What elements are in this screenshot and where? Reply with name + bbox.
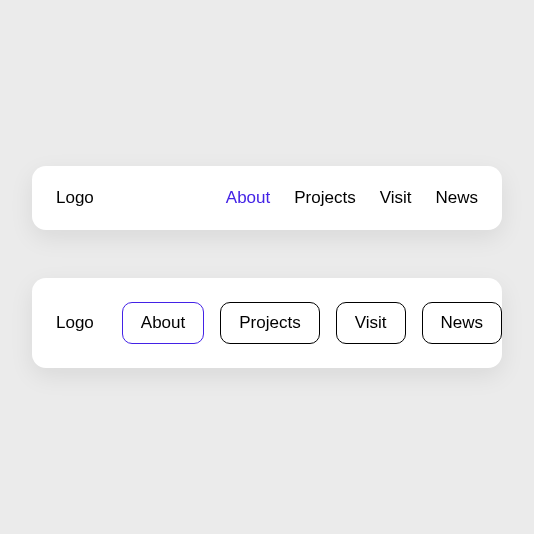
nav-button-news[interactable]: News xyxy=(422,302,503,344)
nav-variant-buttons: Logo About Projects Visit News xyxy=(32,278,502,368)
nav-button-visit[interactable]: Visit xyxy=(336,302,406,344)
nav-link-visit[interactable]: Visit xyxy=(380,188,412,208)
nav-links-group: About Projects Visit News xyxy=(226,188,478,208)
logo[interactable]: Logo xyxy=(56,188,94,208)
nav-variant-text-links: Logo About Projects Visit News xyxy=(32,166,502,230)
nav-buttons-group: About Projects Visit News xyxy=(122,302,502,344)
nav-button-about[interactable]: About xyxy=(122,302,204,344)
nav-link-about[interactable]: About xyxy=(226,188,270,208)
nav-link-projects[interactable]: Projects xyxy=(294,188,355,208)
nav-link-news[interactable]: News xyxy=(435,188,478,208)
logo[interactable]: Logo xyxy=(56,313,94,333)
nav-button-projects[interactable]: Projects xyxy=(220,302,319,344)
